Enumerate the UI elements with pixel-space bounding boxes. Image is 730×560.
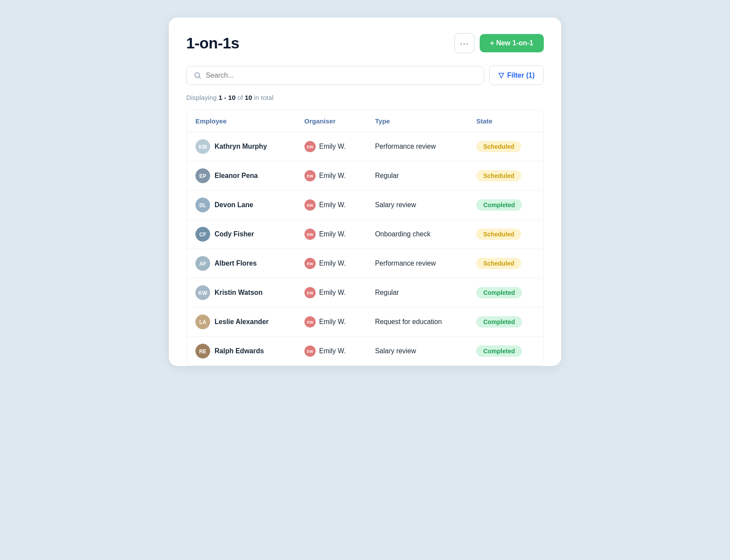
table-row[interactable]: DL Devon Lane EW Emily W. Salary reviewC…	[187, 191, 543, 220]
organiser-name: Emily W.	[319, 289, 346, 297]
svg-text:AF: AF	[199, 261, 206, 267]
status-badge: Completed	[476, 345, 522, 357]
table-row[interactable]: KW Kristin Watson EW Emily W. RegularCom…	[187, 278, 543, 307]
col-state: State	[467, 110, 543, 132]
svg-text:EW: EW	[307, 262, 314, 266]
employee-cell: LA Leslie Alexander	[187, 307, 296, 337]
employee-name: Albert Flores	[215, 260, 257, 267]
organiser-avatar: EW	[304, 258, 316, 269]
svg-text:EW: EW	[307, 203, 314, 208]
organiser-cell: EW Emily W.	[296, 191, 366, 220]
page-title: 1-on-1s	[186, 34, 239, 52]
employee-name: Cody Fisher	[215, 230, 254, 238]
type-cell: Onboarding check	[366, 220, 467, 249]
employee-avatar: RE	[195, 344, 210, 359]
type-cell: Performance review	[366, 249, 467, 278]
state-cell: Completed	[467, 337, 543, 366]
status-badge: Scheduled	[476, 229, 521, 240]
svg-text:KM: KM	[199, 144, 207, 150]
table-row[interactable]: CF Cody Fisher EW Emily W. Onboarding ch…	[187, 220, 543, 249]
more-icon: ···	[460, 38, 469, 48]
organiser-name: Emily W.	[319, 260, 346, 267]
display-count: Displaying 1 - 10 of 10 in total	[186, 94, 544, 101]
filter-button[interactable]: ▽ Filter (1)	[489, 65, 544, 85]
organiser-avatar: EW	[304, 345, 316, 357]
table-row[interactable]: RE Ralph Edwards EW Emily W. Salary revi…	[187, 337, 543, 366]
state-cell: Scheduled	[467, 249, 543, 278]
state-cell: Scheduled	[467, 220, 543, 249]
status-badge: Completed	[476, 199, 522, 211]
organiser-cell: EW Emily W.	[296, 161, 366, 191]
type-cell: Salary review	[366, 191, 467, 220]
employee-cell: AF Albert Flores	[187, 249, 296, 278]
organiser-name: Emily W.	[319, 347, 346, 355]
organiser-avatar: EW	[304, 229, 316, 240]
filter-label: Filter (1)	[507, 72, 535, 79]
state-cell: Completed	[467, 307, 543, 337]
table-container: Employee Organiser Type State KM Kathryn…	[186, 110, 544, 366]
employee-avatar: CF	[195, 227, 210, 242]
employee-cell: DL Devon Lane	[187, 191, 296, 220]
table-row[interactable]: KM Kathryn Murphy EW Emily W. Performanc…	[187, 132, 543, 161]
type-cell: Salary review	[366, 337, 467, 366]
search-filter-row: ▽ Filter (1)	[186, 65, 544, 85]
organiser-name: Emily W.	[319, 172, 346, 180]
svg-line-1	[199, 77, 201, 79]
employee-avatar: AF	[195, 256, 210, 271]
employee-avatar: KW	[195, 285, 210, 300]
main-card: 1-on-1s ··· + New 1-on-1 ▽ Filter (1) Di…	[169, 17, 561, 366]
1on1-table: Employee Organiser Type State KM Kathryn…	[187, 110, 543, 365]
search-icon	[194, 72, 201, 79]
employee-cell: KW Kristin Watson	[187, 278, 296, 307]
svg-text:RE: RE	[199, 348, 207, 355]
organiser-cell: EW Emily W.	[296, 132, 366, 161]
status-badge: Scheduled	[476, 170, 521, 181]
employee-name: Ralph Edwards	[215, 347, 264, 355]
type-cell: Regular	[366, 161, 467, 191]
table-row[interactable]: EP Eleanor Pena EW Emily W. RegularSched…	[187, 161, 543, 191]
type-cell: Request for education	[366, 307, 467, 337]
type-cell: Performance review	[366, 132, 467, 161]
organiser-name: Emily W.	[319, 318, 346, 326]
status-badge: Completed	[476, 316, 522, 328]
more-options-button[interactable]: ···	[454, 33, 474, 53]
svg-text:EW: EW	[307, 232, 314, 237]
employee-avatar: KM	[195, 139, 210, 154]
employee-name: Kathryn Murphy	[215, 143, 267, 150]
employee-name: Devon Lane	[215, 201, 253, 209]
display-middle: of	[235, 94, 245, 101]
employee-avatar: LA	[195, 314, 210, 329]
organiser-name: Emily W.	[319, 230, 346, 238]
header-actions: ··· + New 1-on-1	[454, 33, 544, 53]
svg-text:KW: KW	[198, 290, 208, 296]
employee-cell: CF Cody Fisher	[187, 220, 296, 249]
display-total: 10	[245, 94, 252, 101]
organiser-avatar: EW	[304, 316, 316, 328]
search-input[interactable]	[206, 72, 477, 79]
state-cell: Scheduled	[467, 161, 543, 191]
status-badge: Scheduled	[476, 258, 521, 269]
organiser-cell: EW Emily W.	[296, 307, 366, 337]
organiser-name: Emily W.	[319, 201, 346, 209]
new-1on1-button[interactable]: + New 1-on-1	[480, 34, 544, 52]
state-cell: Scheduled	[467, 132, 543, 161]
organiser-name: Emily W.	[319, 143, 346, 150]
employee-name: Leslie Alexander	[215, 318, 269, 326]
svg-text:EW: EW	[307, 291, 314, 295]
table-row[interactable]: LA Leslie Alexander EW Emily W. Request …	[187, 307, 543, 337]
organiser-cell: EW Emily W.	[296, 337, 366, 366]
svg-point-0	[195, 72, 200, 77]
organiser-avatar: EW	[304, 170, 316, 181]
table-row[interactable]: AF Albert Flores EW Emily W. Performance…	[187, 249, 543, 278]
organiser-cell: EW Emily W.	[296, 278, 366, 307]
svg-text:EW: EW	[307, 349, 314, 354]
svg-text:DL: DL	[199, 202, 206, 208]
page-header: 1-on-1s ··· + New 1-on-1	[186, 33, 544, 53]
filter-icon: ▽	[498, 71, 504, 79]
state-cell: Completed	[467, 278, 543, 307]
display-suffix: in total	[252, 94, 273, 101]
employee-name: Eleanor Pena	[215, 172, 258, 180]
table-header-row: Employee Organiser Type State	[187, 110, 543, 132]
organiser-avatar: EW	[304, 199, 316, 211]
organiser-avatar: EW	[304, 141, 316, 152]
